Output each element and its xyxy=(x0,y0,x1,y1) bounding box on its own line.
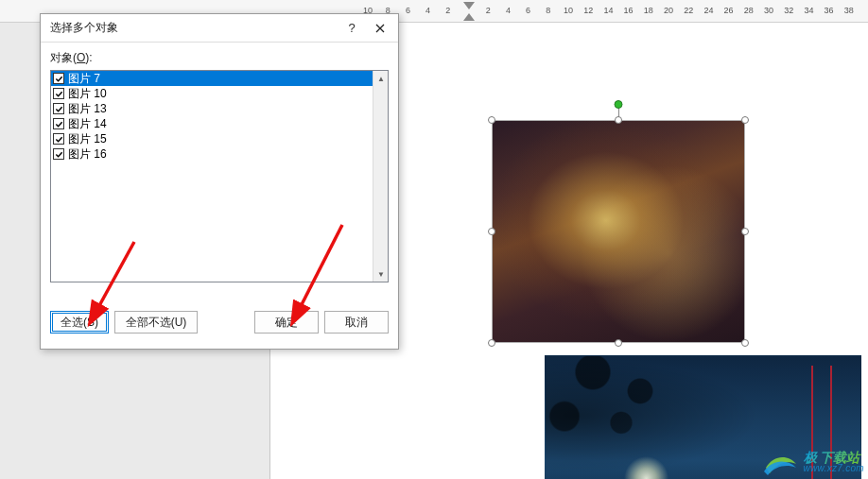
dialog-titlebar[interactable]: 选择多个对象 ? xyxy=(41,14,398,43)
checkbox[interactable] xyxy=(53,118,64,129)
dialog-close-button[interactable] xyxy=(366,16,394,41)
list-item[interactable]: 图片 15 xyxy=(51,131,373,146)
list-item[interactable]: 图片 13 xyxy=(51,101,373,116)
ruler-tick: 6 xyxy=(526,6,530,15)
ruler-tick: 8 xyxy=(546,6,550,15)
ruler-tick: 22 xyxy=(684,6,693,15)
ruler-tick: 2 xyxy=(445,6,450,15)
ruler-tick: 28 xyxy=(744,6,754,15)
list-item[interactable]: 图片 7 xyxy=(51,71,373,86)
resize-handle-tl[interactable] xyxy=(488,116,495,124)
ruler-indent-top-marker[interactable] xyxy=(463,2,475,9)
checkbox[interactable] xyxy=(53,88,64,99)
ruler-tick: 10 xyxy=(564,6,573,15)
scroll-down-icon[interactable]: ▼ xyxy=(373,266,389,282)
picture-10[interactable] xyxy=(545,355,861,479)
objects-listbox[interactable]: 图片 7图片 10图片 13图片 14图片 15图片 16 ▲ ▼ xyxy=(50,70,389,282)
ruler-tick: 24 xyxy=(703,6,713,15)
close-icon xyxy=(375,24,385,33)
resize-handle-rm[interactable] xyxy=(741,228,749,235)
rotate-handle[interactable] xyxy=(615,100,623,109)
ruler-tick: 38 xyxy=(844,6,854,15)
list-item[interactable]: 图片 16 xyxy=(51,146,373,162)
checkbox[interactable] xyxy=(53,73,64,84)
picture-7[interactable] xyxy=(492,120,745,343)
ruler-tick: 34 xyxy=(804,6,813,15)
list-item[interactable]: 图片 14 xyxy=(51,116,373,131)
ruler-tick: 36 xyxy=(825,6,834,15)
select-all-button[interactable]: 全选(S) xyxy=(50,311,109,334)
ruler-tick: 26 xyxy=(724,6,734,15)
checkbox[interactable] xyxy=(53,103,64,114)
help-icon: ? xyxy=(348,21,355,35)
list-item-label: 图片 13 xyxy=(66,101,107,117)
list-item-label: 图片 10 xyxy=(66,86,107,102)
ok-button[interactable]: 确定 xyxy=(254,311,319,334)
ruler-tick: 32 xyxy=(784,6,793,15)
ruler-tick: 12 xyxy=(583,6,593,15)
checkbox[interactable] xyxy=(53,133,64,145)
select-none-button[interactable]: 全部不选(U) xyxy=(114,311,198,334)
list-item-label: 图片 16 xyxy=(66,146,107,163)
ruler-indent-bottom-marker[interactable] xyxy=(463,13,475,21)
resize-handle-bl[interactable] xyxy=(488,339,495,347)
ruler-tick: 4 xyxy=(506,6,511,15)
dialog-title: 选择多个对象 xyxy=(50,20,338,36)
resize-handle-tr[interactable] xyxy=(741,116,749,124)
resize-handle-tm[interactable] xyxy=(615,116,622,124)
select-multiple-objects-dialog: 选择多个对象 ? 对象(O): 图片 7图片 10图片 13图片 14图片 15… xyxy=(40,13,399,350)
resize-handle-bm[interactable] xyxy=(615,339,622,347)
list-item[interactable]: 图片 10 xyxy=(51,86,373,101)
ruler-tick: 20 xyxy=(664,6,673,15)
ruler-tick: 2 xyxy=(486,6,491,15)
ruler-tick: 4 xyxy=(425,6,430,15)
ruler-tick: 6 xyxy=(406,6,410,15)
objects-label: 对象(O): xyxy=(50,50,389,66)
list-item-label: 图片 15 xyxy=(66,131,107,147)
resize-handle-br[interactable] xyxy=(741,339,749,347)
ruler-tick: 30 xyxy=(764,6,773,15)
dialog-button-row: 全选(S) 全部不选(U) 确定 取消 xyxy=(50,311,389,334)
scroll-up-icon[interactable]: ▲ xyxy=(373,71,389,86)
checkbox[interactable] xyxy=(53,148,64,160)
ruler-tick: 16 xyxy=(624,6,634,15)
ruler-tick: 14 xyxy=(603,6,613,15)
listbox-scrollbar[interactable]: ▲ ▼ xyxy=(373,71,388,282)
list-item-label: 图片 14 xyxy=(66,116,107,132)
list-item-label: 图片 7 xyxy=(66,71,100,87)
cancel-button[interactable]: 取消 xyxy=(324,311,389,334)
dialog-help-button[interactable]: ? xyxy=(338,16,366,41)
ruler-tick: 18 xyxy=(644,6,653,15)
resize-handle-lm[interactable] xyxy=(488,228,495,235)
